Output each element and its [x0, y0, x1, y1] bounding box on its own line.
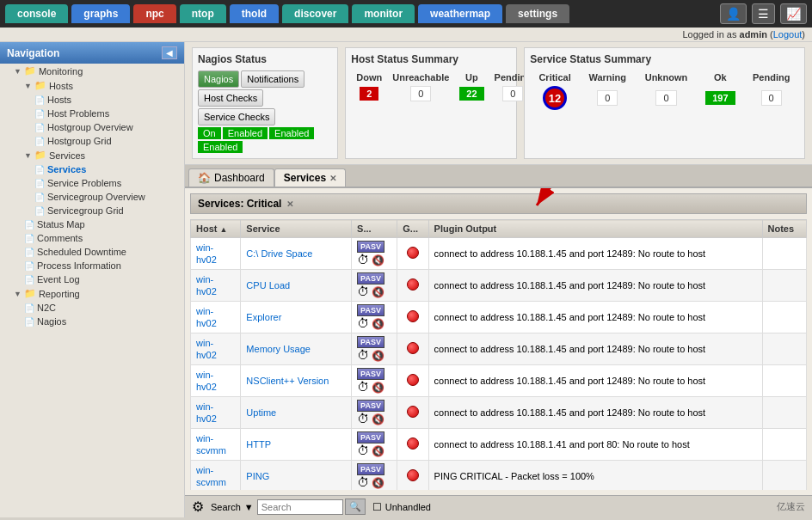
tab-services[interactable]: Services ✕	[274, 168, 346, 187]
host-link[interactable]: win-hv02	[196, 401, 217, 424]
service-link[interactable]: Explorer	[246, 312, 281, 322]
service-unknown-count[interactable]: 0	[655, 90, 676, 106]
service-link[interactable]: Memory Usage	[246, 344, 311, 354]
sidebar-item-service-problems[interactable]: 📄 Service Problems	[0, 176, 184, 190]
th-host[interactable]: Host ▲	[191, 220, 241, 238]
schedule-icon[interactable]: ⏱	[357, 412, 369, 425]
speaker-icon[interactable]: 🔇	[372, 350, 384, 362]
settings-gear-icon[interactable]: ⚙	[192, 499, 204, 515]
pasv-button[interactable]: PASV	[357, 400, 384, 412]
nav-tab-weathermap[interactable]: weathermap	[418, 4, 502, 23]
sidebar-item-n2c[interactable]: 📄 N2C	[0, 301, 184, 315]
sidebar-item-status-map[interactable]: 📄 Status Map	[0, 217, 184, 231]
host-link[interactable]: win-hv02	[196, 242, 217, 265]
host-unreachable-count[interactable]: 0	[410, 86, 431, 101]
sidebar-item-servicegroup-overview[interactable]: 📄 Servicegroup Overview	[0, 190, 184, 204]
service-link[interactable]: PING	[246, 471, 269, 481]
nav-icon-menu[interactable]: ☰	[752, 3, 775, 24]
sidebar-item-nagios[interactable]: 📄 Nagios	[0, 315, 184, 328]
nagios-btn-host-checks[interactable]: Host Checks	[198, 89, 263, 107]
service-pending-count[interactable]: 0	[761, 90, 782, 106]
schedule-icon[interactable]: ⏱	[357, 253, 369, 266]
th-g[interactable]: G...	[397, 220, 428, 238]
sidebar-item-monitoring[interactable]: ▼ 📁 Monitoring	[0, 64, 184, 78]
host-link[interactable]: win-hv02	[196, 274, 217, 297]
sidebar-item-services[interactable]: 📄 Services	[0, 162, 184, 176]
pasv-button[interactable]: PASV	[357, 241, 384, 253]
th-plugin-output[interactable]: Plugin Output	[428, 220, 762, 238]
speaker-icon[interactable]: 🔇	[372, 382, 384, 394]
host-link[interactable]: win-scvmm	[196, 433, 226, 456]
speaker-icon[interactable]: 🔇	[372, 477, 384, 489]
service-link[interactable]: CPU Load	[246, 280, 290, 291]
sidebar-item-hosts[interactable]: 📄 Hosts	[0, 93, 184, 107]
host-pending-count[interactable]: 0	[502, 86, 523, 101]
pasv-button[interactable]: PASV	[357, 431, 384, 444]
th-s[interactable]: S...	[352, 220, 397, 238]
unhandled-checkbox[interactable]: ☐	[372, 501, 382, 513]
nav-tab-graphs[interactable]: graphs	[71, 4, 130, 23]
pasv-button[interactable]: PASV	[357, 304, 384, 316]
schedule-icon[interactable]: ⏱	[357, 316, 369, 330]
search-button[interactable]: 🔍	[345, 499, 366, 515]
sidebar-item-services-folder[interactable]: ▼ 📁 Services	[0, 148, 184, 162]
sidebar-item-scheduled-downtime[interactable]: 📄 Scheduled Downtime	[0, 245, 184, 259]
sidebar-item-servicegroup-grid[interactable]: 📄 Servicegroup Grid	[0, 204, 184, 217]
tab-dashboard[interactable]: 🏠 Dashboard	[188, 168, 274, 187]
speaker-icon[interactable]: 🔇	[372, 413, 384, 425]
sidebar-item-reporting-folder[interactable]: ▼ 📁 Reporting	[0, 286, 184, 301]
service-link[interactable]: C:\ Drive Space	[246, 248, 312, 259]
speaker-icon[interactable]: 🔇	[372, 445, 384, 457]
sidebar-item-process-information[interactable]: 📄 Process Information	[0, 259, 184, 272]
host-link[interactable]: win-hv02	[196, 338, 217, 360]
nav-tab-settings[interactable]: settings	[506, 4, 569, 23]
nagios-btn-nagios[interactable]: Nagios	[198, 70, 239, 88]
service-link[interactable]: NSClient++ Version	[246, 376, 329, 386]
pasv-button[interactable]: PASV	[357, 336, 384, 348]
nav-tab-thold[interactable]: thold	[230, 4, 279, 23]
th-service[interactable]: Service	[241, 220, 352, 238]
nagios-btn-notifications[interactable]: Notifications	[241, 70, 304, 88]
service-critical-count[interactable]: 12	[543, 86, 567, 110]
host-link[interactable]: win-hv02	[196, 370, 217, 392]
services-critical-close[interactable]: ✕	[286, 199, 293, 209]
schedule-icon[interactable]: ⏱	[357, 348, 369, 362]
host-down-count[interactable]: 2	[360, 87, 378, 101]
sidebar-item-host-problems[interactable]: 📄 Host Problems	[0, 107, 184, 120]
logout-link[interactable]: Logout	[773, 29, 803, 40]
speaker-icon[interactable]: 🔇	[372, 254, 384, 266]
schedule-icon[interactable]: ⏱	[357, 380, 369, 394]
nav-tab-console[interactable]: console	[5, 4, 68, 23]
sidebar-item-hostgroup-grid[interactable]: 📄 Hostgroup Grid	[0, 134, 184, 148]
host-link[interactable]: win-hv02	[196, 306, 217, 328]
host-up-count[interactable]: 22	[459, 87, 483, 101]
service-ok-count[interactable]: 197	[705, 91, 735, 105]
search-input[interactable]	[257, 499, 343, 515]
speaker-icon[interactable]: 🔇	[372, 286, 384, 298]
speaker-icon[interactable]: 🔇	[372, 318, 384, 330]
nav-tab-monitor[interactable]: monitor	[352, 4, 415, 23]
nav-tab-npc[interactable]: npc	[133, 4, 175, 23]
nagios-btn-service-checks[interactable]: Service Checks	[198, 108, 275, 125]
schedule-icon[interactable]: ⏱	[357, 475, 369, 489]
sidebar-item-hostgroup-overview[interactable]: 📄 Hostgroup Overview	[0, 120, 184, 134]
sidebar-item-comments[interactable]: 📄 Comments	[0, 231, 184, 245]
service-warning-count[interactable]: 0	[597, 90, 618, 106]
pasv-button[interactable]: PASV	[357, 368, 384, 380]
nav-icon-chart[interactable]: 📈	[780, 3, 807, 24]
sidebar-collapse-btn[interactable]: ◀	[162, 46, 177, 59]
nav-tab-ntop[interactable]: ntop	[180, 4, 226, 23]
tab-services-close[interactable]: ✕	[329, 174, 336, 183]
sidebar-item-event-log[interactable]: 📄 Event Log	[0, 272, 184, 286]
th-notes[interactable]: Notes	[762, 220, 806, 238]
host-link[interactable]: win-scvmm	[196, 465, 226, 487]
schedule-icon[interactable]: ⏱	[357, 444, 369, 457]
nav-tab-discover[interactable]: discover	[282, 4, 348, 23]
nav-icon-user[interactable]: 👤	[720, 3, 747, 24]
sidebar-item-hosts-folder[interactable]: ▼ 📁 Hosts	[0, 78, 184, 93]
service-link[interactable]: HTTP	[246, 439, 271, 450]
pasv-button[interactable]: PASV	[357, 272, 384, 284]
pasv-button[interactable]: PASV	[357, 463, 384, 475]
service-link[interactable]: Uptime	[246, 407, 276, 418]
schedule-icon[interactable]: ⏱	[357, 284, 369, 298]
